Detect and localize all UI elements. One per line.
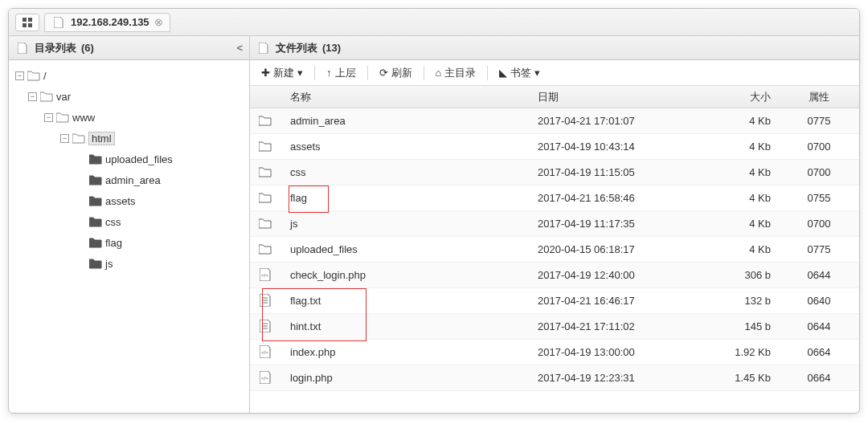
row-size: 132 b bbox=[690, 295, 779, 307]
row-date: 2017-04-21 17:11:02 bbox=[530, 320, 690, 332]
tree-label-selected: html bbox=[88, 132, 115, 145]
table-row[interactable]: assets2017-04-19 10:43:144 Kb0700 bbox=[250, 134, 859, 160]
left-panel-title-bar: 目录列表 (6) < bbox=[9, 36, 249, 60]
col-size[interactable]: 大小 bbox=[690, 90, 779, 104]
row-size: 1.45 Kb bbox=[690, 372, 779, 384]
table-row[interactable]: </>index.php2017-04-19 13:00:001.92 Kb06… bbox=[250, 340, 859, 365]
row-icon: </> bbox=[250, 370, 282, 386]
tree-label: / bbox=[43, 70, 47, 82]
refresh-label: 刷新 bbox=[391, 66, 412, 80]
file-icon bbox=[256, 41, 271, 55]
svg-text:</>: </> bbox=[261, 273, 268, 278]
file-icon bbox=[51, 15, 66, 30]
row-attr: 0755 bbox=[779, 192, 859, 204]
row-name: flag.txt bbox=[282, 295, 530, 307]
separator bbox=[487, 66, 488, 80]
row-name: assets bbox=[282, 141, 530, 153]
tree-var[interactable]: − var bbox=[12, 86, 246, 107]
row-size: 4 Kb bbox=[690, 166, 779, 178]
new-label: 新建 bbox=[273, 66, 294, 80]
expand-icon[interactable]: − bbox=[44, 113, 53, 122]
row-date: 2017-04-21 16:46:17 bbox=[530, 295, 690, 307]
up-button[interactable]: ↑ 上层 bbox=[320, 63, 362, 83]
row-size: 4 Kb bbox=[690, 192, 779, 204]
folder-icon bbox=[89, 258, 102, 269]
row-attr: 0775 bbox=[779, 243, 859, 255]
row-attr: 0700 bbox=[779, 141, 859, 153]
row-size: 4 Kb bbox=[690, 218, 779, 230]
chevron-down-icon: ▾ bbox=[534, 67, 540, 79]
tree-child[interactable]: assets bbox=[12, 190, 246, 211]
expand-icon[interactable]: − bbox=[28, 92, 37, 101]
bookmark-icon: ◣ bbox=[499, 67, 507, 79]
tree-child[interactable]: admin_area bbox=[12, 169, 246, 190]
new-button[interactable]: ✚ 新建 ▾ bbox=[255, 63, 309, 83]
collapse-left-icon[interactable]: < bbox=[236, 42, 243, 54]
row-attr: 0664 bbox=[779, 346, 859, 358]
folder-icon bbox=[89, 153, 102, 165]
row-size: 4 Kb bbox=[690, 115, 779, 127]
tab-bar: 192.168.249.135 ⊗ bbox=[9, 9, 859, 36]
table-row[interactable]: flag2017-04-21 16:58:464 Kb0755 bbox=[250, 185, 859, 211]
refresh-button[interactable]: ⟳ 刷新 bbox=[373, 63, 419, 83]
arrow-up-icon: ↑ bbox=[326, 67, 332, 79]
tab-close-icon[interactable]: ⊗ bbox=[154, 16, 163, 28]
tree-child[interactable]: js bbox=[12, 253, 246, 274]
home-label: 主目录 bbox=[444, 66, 476, 80]
tree-child[interactable]: uploaded_files bbox=[12, 149, 246, 169]
row-date: 2017-04-19 12:40:00 bbox=[530, 269, 690, 281]
row-date: 2017-04-21 17:01:07 bbox=[530, 115, 690, 127]
plus-circle-icon: ✚ bbox=[261, 67, 270, 79]
row-icon: </> bbox=[250, 267, 282, 283]
grid-button[interactable] bbox=[15, 14, 39, 31]
row-name: js bbox=[282, 218, 530, 230]
file-icon bbox=[15, 41, 30, 55]
bookmark-button[interactable]: ◣ 书签 ▾ bbox=[493, 63, 547, 83]
row-attr: 0644 bbox=[779, 269, 859, 281]
chevron-down-icon: ▾ bbox=[297, 67, 303, 79]
right-panel-title-bar: 文件列表 (13) bbox=[250, 36, 859, 60]
tab-host[interactable]: 192.168.249.135 ⊗ bbox=[44, 13, 170, 32]
panes: 目录列表 (6) < − / − var − www bbox=[9, 36, 859, 413]
tree-label: css bbox=[105, 216, 121, 228]
col-attr[interactable]: 属性 bbox=[779, 90, 859, 104]
table-row[interactable]: </>check_login.php2017-04-19 12:40:00306… bbox=[250, 263, 859, 288]
table-row[interactable]: js2017-04-19 11:17:354 Kb0700 bbox=[250, 211, 859, 237]
expand-icon[interactable]: − bbox=[60, 134, 69, 143]
row-attr: 0664 bbox=[779, 372, 859, 384]
row-icon bbox=[250, 113, 282, 128]
col-name[interactable]: 名称 bbox=[282, 90, 530, 104]
col-date[interactable]: 日期 bbox=[530, 90, 690, 104]
row-icon bbox=[250, 165, 282, 180]
tree-root[interactable]: − / bbox=[12, 65, 246, 86]
tree-html[interactable]: − html bbox=[12, 128, 246, 149]
left-panel-title: 目录列表 bbox=[35, 41, 76, 55]
table-row[interactable]: admin_area2017-04-21 17:01:074 Kb0775 bbox=[250, 108, 859, 134]
left-panel: 目录列表 (6) < − / − var − www bbox=[9, 36, 250, 413]
tree-www[interactable]: − www bbox=[12, 107, 246, 128]
home-button[interactable]: ⌂ 主目录 bbox=[429, 63, 483, 83]
table-row[interactable]: uploaded_files2020-04-15 06:18:174 Kb077… bbox=[250, 237, 859, 263]
tree-child[interactable]: css bbox=[12, 211, 246, 232]
row-size: 4 Kb bbox=[690, 141, 779, 153]
row-name: index.php bbox=[282, 346, 530, 358]
row-attr: 0640 bbox=[779, 295, 859, 307]
bookmark-label: 书签 bbox=[510, 66, 531, 80]
table-row[interactable]: flag.txt2017-04-21 16:46:17132 b0640 bbox=[250, 288, 859, 314]
right-panel-title: 文件列表 bbox=[276, 41, 317, 55]
expand-icon[interactable]: − bbox=[15, 71, 24, 80]
tree-child[interactable]: flag bbox=[12, 232, 246, 253]
row-attr: 0700 bbox=[779, 218, 859, 230]
row-size: 145 b bbox=[690, 320, 779, 332]
folder-icon bbox=[40, 91, 53, 102]
table-row[interactable]: </>login.php2017-04-19 12:23:311.45 Kb06… bbox=[250, 365, 859, 391]
directory-tree[interactable]: − / − var − www − html bbox=[9, 60, 249, 413]
row-attr: 0644 bbox=[779, 320, 859, 332]
row-size: 1.92 Kb bbox=[690, 346, 779, 358]
tab-host-label: 192.168.249.135 bbox=[71, 16, 149, 28]
table-row[interactable]: hint.txt2017-04-21 17:11:02145 b0644 bbox=[250, 314, 859, 340]
table-row[interactable]: css2017-04-19 11:15:054 Kb0700 bbox=[250, 160, 859, 185]
row-icon bbox=[250, 139, 282, 154]
svg-rect-0 bbox=[23, 18, 27, 22]
home-icon: ⌂ bbox=[436, 67, 442, 79]
